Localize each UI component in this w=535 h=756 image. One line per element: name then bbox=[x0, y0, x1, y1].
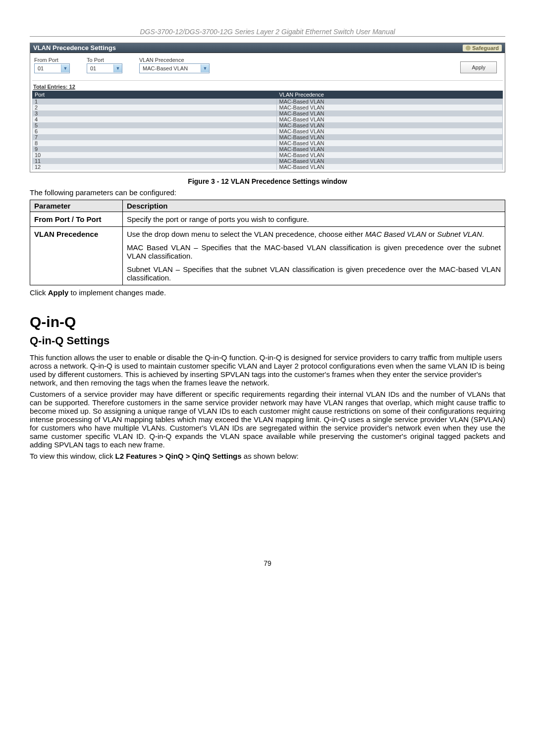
table-row: VLAN Precedence Use the drop down menu t… bbox=[30, 227, 505, 285]
desc-header: Description bbox=[123, 200, 505, 212]
cell-port: 4 bbox=[33, 116, 277, 122]
text-bold: Apply bbox=[48, 288, 69, 297]
figure-caption: Figure 3 - 12 VLAN Precedence Settings w… bbox=[30, 177, 505, 185]
total-entries-label: Total Entries: 12 bbox=[30, 81, 505, 91]
col-vlan-header: VLAN Precedence bbox=[277, 91, 503, 99]
to-port-select[interactable]: 01 ▼ bbox=[87, 63, 122, 73]
cell-port: 3 bbox=[33, 110, 277, 116]
desc-text: or bbox=[427, 230, 437, 238]
table-row: 9MAC-Based VLAN bbox=[33, 146, 503, 152]
desc-text: Subnet VLAN – Specifies that the subnet … bbox=[127, 265, 501, 282]
col-port-header: Port bbox=[33, 91, 277, 99]
cell-port: 6 bbox=[33, 128, 277, 134]
doc-header: DGS-3700-12/DGS-3700-12G Series Layer 2 … bbox=[30, 28, 505, 37]
safeguard-icon bbox=[466, 46, 471, 51]
cell-port: 10 bbox=[33, 152, 277, 158]
param-desc: Specify the port or range of ports you w… bbox=[123, 212, 505, 227]
cell-vlan: MAC-Based VLAN bbox=[277, 164, 503, 170]
from-port-value: 01 bbox=[38, 65, 44, 71]
table-row: 11MAC-Based VLAN bbox=[33, 158, 503, 164]
text: Click bbox=[30, 288, 48, 297]
desc-emph: Subnet VLAN bbox=[437, 230, 482, 238]
cell-vlan: MAC-Based VLAN bbox=[277, 99, 503, 105]
vlan-precedence-table: Port VLAN Precedence 1MAC-Based VLAN2MAC… bbox=[32, 91, 503, 170]
cell-port: 8 bbox=[33, 140, 277, 146]
desc-emph: MAC Based VLAN bbox=[365, 230, 426, 238]
table-row: From Port / To Port Specify the port or … bbox=[30, 212, 505, 227]
chevron-down-icon: ▼ bbox=[201, 64, 209, 72]
intro-text: The following parameters can be configur… bbox=[30, 188, 505, 197]
from-port-label: From Port bbox=[34, 57, 70, 63]
subsection-heading-qinq-settings: Q-in-Q Settings bbox=[30, 334, 505, 347]
to-port-label: To Port bbox=[87, 57, 122, 63]
cell-port: 5 bbox=[33, 122, 277, 128]
table-row: 1MAC-Based VLAN bbox=[33, 99, 503, 105]
table-row: 2MAC-Based VLAN bbox=[33, 105, 503, 110]
nav-path-note: To view this window, click L2 Features >… bbox=[30, 452, 505, 460]
vlan-precedence-select[interactable]: MAC-Based VLAN ▼ bbox=[139, 63, 210, 73]
cell-vlan: MAC-Based VLAN bbox=[277, 158, 503, 164]
cell-vlan: MAC-Based VLAN bbox=[277, 134, 503, 140]
text: To view this window, click bbox=[30, 452, 115, 460]
chevron-down-icon: ▼ bbox=[113, 64, 122, 72]
cell-vlan: MAC-Based VLAN bbox=[277, 116, 503, 122]
from-port-select[interactable]: 01 ▼ bbox=[34, 63, 70, 73]
paragraph: This function allows the user to enable … bbox=[30, 353, 505, 387]
safeguard-label: Safeguard bbox=[472, 45, 499, 51]
section-heading-qinq: Q-in-Q bbox=[30, 314, 505, 330]
param-desc: Use the drop down menu to select the VLA… bbox=[123, 227, 505, 285]
table-row: 7MAC-Based VLAN bbox=[33, 134, 503, 140]
table-row: 4MAC-Based VLAN bbox=[33, 116, 503, 122]
table-row: 8MAC-Based VLAN bbox=[33, 140, 503, 146]
to-port-value: 01 bbox=[90, 65, 96, 71]
desc-text: MAC Based VLAN – Specifies that the MAC-… bbox=[127, 243, 501, 260]
paragraph: Customers of a service provider may have… bbox=[30, 390, 505, 449]
param-name: From Port / To Port bbox=[30, 212, 123, 227]
apply-button[interactable]: Apply bbox=[460, 61, 497, 73]
cell-vlan: MAC-Based VLAN bbox=[277, 122, 503, 128]
nav-path: L2 Features > QinQ > QinQ Settings bbox=[115, 452, 242, 460]
cell-vlan: MAC-Based VLAN bbox=[277, 105, 503, 110]
table-row: 10MAC-Based VLAN bbox=[33, 152, 503, 158]
parameter-table: Parameter Description From Port / To Por… bbox=[30, 200, 505, 285]
desc-text: . bbox=[482, 230, 484, 238]
param-header: Parameter bbox=[30, 200, 123, 212]
param-name: VLAN Precedence bbox=[30, 227, 123, 285]
apply-note: Click Apply to implement changes made. bbox=[30, 288, 505, 297]
cell-port: 2 bbox=[33, 105, 277, 110]
settings-form-row: From Port 01 ▼ To Port 01 ▼ VLAN Precede… bbox=[30, 53, 505, 80]
panel-title-bar: VLAN Precedence Settings Safeguard bbox=[30, 43, 505, 53]
cell-vlan: MAC-Based VLAN bbox=[277, 152, 503, 158]
safeguard-badge: Safeguard bbox=[463, 45, 502, 52]
chevron-down-icon: ▼ bbox=[61, 64, 69, 72]
table-row: 3MAC-Based VLAN bbox=[33, 110, 503, 116]
vlan-precedence-value: MAC-Based VLAN bbox=[143, 65, 188, 71]
table-row: 12MAC-Based VLAN bbox=[33, 164, 503, 170]
cell-vlan: MAC-Based VLAN bbox=[277, 128, 503, 134]
cell-vlan: MAC-Based VLAN bbox=[277, 140, 503, 146]
table-row: 5MAC-Based VLAN bbox=[33, 122, 503, 128]
vlan-precedence-panel: VLAN Precedence Settings Safeguard From … bbox=[30, 43, 505, 172]
cell-port: 7 bbox=[33, 134, 277, 140]
desc-text: Use the drop down menu to select the VLA… bbox=[127, 230, 365, 238]
panel-title: VLAN Precedence Settings bbox=[33, 44, 116, 52]
table-row: 6MAC-Based VLAN bbox=[33, 128, 503, 134]
cell-port: 12 bbox=[33, 164, 277, 170]
cell-port: 9 bbox=[33, 146, 277, 152]
vlan-precedence-label: VLAN Precedence bbox=[139, 57, 210, 63]
text: to implement changes made. bbox=[68, 288, 166, 297]
page-number: 79 bbox=[30, 559, 505, 567]
cell-port: 11 bbox=[33, 158, 277, 164]
cell-vlan: MAC-Based VLAN bbox=[277, 110, 503, 116]
cell-port: 1 bbox=[33, 99, 277, 105]
cell-vlan: MAC-Based VLAN bbox=[277, 146, 503, 152]
text: as shown below: bbox=[242, 452, 299, 460]
